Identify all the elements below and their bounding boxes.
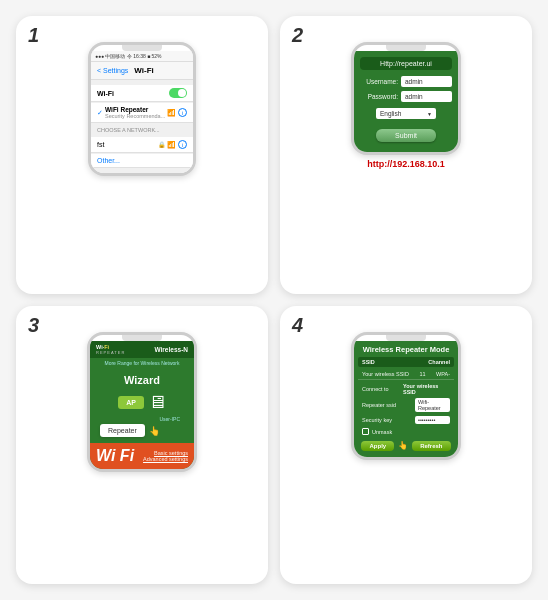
url-bar: Http://repeater.ui bbox=[360, 57, 452, 70]
phone-2: Http://repeater.ui Username: admin Passw… bbox=[351, 42, 461, 155]
security-key-input[interactable]: ••••••••• bbox=[415, 416, 450, 424]
ws-buttons: Apply 👆 Refresh bbox=[358, 437, 454, 453]
language-option: English bbox=[380, 110, 401, 117]
username-row: Username: admin bbox=[360, 76, 452, 87]
submit-button[interactable]: Submit bbox=[376, 129, 436, 142]
wifi-label: Wi-Fi bbox=[97, 90, 114, 97]
step-4-number: 4 bbox=[292, 314, 303, 337]
wifi-toggle[interactable] bbox=[169, 88, 187, 98]
wifi-signal-icon: 📶 bbox=[167, 109, 176, 117]
col-channel: Channel bbox=[428, 359, 450, 365]
security-key-label: Security key bbox=[362, 417, 412, 423]
rep-model-text: Wireless-N bbox=[154, 346, 188, 353]
password-label: Password: bbox=[360, 93, 398, 100]
rep-logo-block: Wi·Fi REPEATER bbox=[96, 344, 125, 355]
step-3-number: 3 bbox=[28, 314, 39, 337]
rep-screen: Wi·Fi REPEATER Wireless-N More Range for… bbox=[90, 341, 194, 469]
wifi-list: Wi-Fi ✓ WiFi Repeater Security Recommend… bbox=[91, 80, 193, 173]
nav-title-1: Wi-Fi bbox=[134, 66, 153, 75]
ws-data-row: Your wireless SSID 11 WPA- bbox=[358, 369, 454, 380]
step-1-cell: 1 ●●● 中国移动 令 16:38 ■ 52% < Settings Wi-F… bbox=[16, 16, 268, 294]
step-2-number: 2 bbox=[292, 24, 303, 47]
username-label: Username: bbox=[360, 78, 398, 85]
fst-signal-icon: 📶 bbox=[167, 141, 176, 149]
settings-links: Basic settings Advanced settings bbox=[143, 450, 188, 462]
info-button-fst[interactable]: i bbox=[178, 140, 187, 149]
fst-ssid: fst bbox=[97, 141, 158, 148]
wifi-row-other[interactable]: Other... bbox=[91, 154, 193, 168]
connected-sub: Security Recommenda... bbox=[105, 113, 167, 119]
ws-title: Wireless Repeater Mode bbox=[358, 345, 454, 354]
step-2-cell: 2 Http://repeater.ui Username: admin Pas… bbox=[280, 16, 532, 294]
phone-3: Wi·Fi REPEATER Wireless-N More Range for… bbox=[87, 332, 197, 472]
wizard-section: Wizard AP 🖥 User-IPC Repeater 👆 bbox=[90, 368, 194, 443]
statusbar-1: ●●● 中国移动 令 16:38 ■ 52% bbox=[91, 51, 193, 62]
connect-to-label: Connect to bbox=[362, 386, 400, 392]
username-input[interactable]: admin bbox=[401, 76, 452, 87]
other-network: Other... bbox=[97, 157, 120, 164]
connected-ssid: WiFi Repeater bbox=[105, 106, 167, 113]
main-grid: 1 ●●● 中国移动 令 16:38 ■ 52% < Settings Wi-F… bbox=[0, 0, 548, 600]
col-ssid: SSID bbox=[362, 359, 375, 365]
unmask-row: Unmask bbox=[358, 426, 454, 437]
rep-header: Wi·Fi REPEATER Wireless-N bbox=[90, 341, 194, 358]
navbar-1: < Settings Wi-Fi bbox=[91, 62, 193, 80]
password-input[interactable]: admin bbox=[401, 91, 452, 102]
connect-to-value: Your wireless SSID bbox=[403, 383, 450, 395]
wizard-btn-row: AP 🖥 bbox=[96, 392, 188, 413]
ws-table-header: SSID Channel bbox=[358, 357, 454, 367]
security-key-row: Security key ••••••••• bbox=[358, 414, 454, 426]
choose-network-header: CHOOSE A NETWORK... bbox=[91, 124, 193, 136]
wizard-title: Wizard bbox=[96, 374, 188, 386]
carrier-text: ●●● 中国移动 令 16:38 ■ 52% bbox=[95, 53, 162, 59]
lock-icon: 🔒 bbox=[158, 141, 165, 148]
ap-button[interactable]: AP bbox=[118, 396, 144, 409]
unmask-checkbox[interactable] bbox=[362, 428, 369, 435]
url-below: http://192.168.10.1 bbox=[367, 159, 445, 169]
rep-bottom: Wi Fi Basic settings Advanced settings bbox=[90, 443, 194, 469]
wifi-row-connected: ✓ WiFi Repeater Security Recommenda... 📶… bbox=[91, 103, 193, 123]
channel-value: 11 bbox=[419, 371, 425, 377]
repeater-button[interactable]: Repeater bbox=[100, 424, 145, 437]
password-row: Password: admin bbox=[360, 91, 452, 102]
advanced-settings-link[interactable]: Advanced settings bbox=[143, 456, 188, 462]
repeater-ssid-row: Repeater ssid Wifi-Repeater bbox=[358, 396, 454, 414]
back-button-1[interactable]: < Settings bbox=[97, 67, 128, 74]
wifi-brand-logo: Wi Fi bbox=[96, 447, 134, 465]
repeater-row: Repeater 👆 bbox=[96, 424, 188, 437]
security-value: WPA- bbox=[436, 371, 450, 377]
hand-cursor-icon: 👆 bbox=[398, 441, 408, 451]
step-3-cell: 3 Wi·Fi REPEATER Wireless-N More Range f… bbox=[16, 306, 268, 584]
step-4-cell: 4 Wireless Repeater Mode SSID Channel Yo… bbox=[280, 306, 532, 584]
phone-1: ●●● 中国移动 令 16:38 ■ 52% < Settings Wi-Fi … bbox=[88, 42, 196, 176]
connect-row: Connect to Your wireless SSID bbox=[358, 380, 454, 396]
step-1-number: 1 bbox=[28, 24, 39, 47]
rep-tagline: More Range for Wireless Network bbox=[90, 358, 194, 368]
wifi-row-fst[interactable]: fst 🔒 📶 i bbox=[91, 137, 193, 153]
checkmark-icon: ✓ bbox=[97, 109, 103, 117]
ws-screen: Wireless Repeater Mode SSID Channel Your… bbox=[354, 341, 458, 457]
user-ipc-label: User-IPC bbox=[96, 416, 188, 422]
apply-button[interactable]: Apply bbox=[361, 441, 394, 451]
monitor-icon: 🖥 bbox=[148, 392, 166, 413]
chevron-down-icon: ▼ bbox=[427, 111, 432, 117]
repeater-ssid-label: Repeater ssid bbox=[362, 402, 412, 408]
language-select[interactable]: English ▼ bbox=[376, 108, 436, 119]
login-screen: Http://repeater.ui Username: admin Passw… bbox=[354, 51, 458, 152]
repeater-ssid-input[interactable]: Wifi-Repeater bbox=[415, 398, 450, 412]
info-button-connected[interactable]: i bbox=[178, 108, 187, 117]
ssid-value: Your wireless SSID bbox=[362, 371, 409, 377]
cursor-icon: 👆 bbox=[149, 426, 160, 436]
refresh-button[interactable]: Refresh bbox=[412, 441, 450, 451]
unmask-label: Unmask bbox=[372, 429, 392, 435]
wifi-row-toggle: Wi-Fi bbox=[91, 85, 193, 102]
phone-4: Wireless Repeater Mode SSID Channel Your… bbox=[351, 332, 461, 460]
screen-1: ●●● 中国移动 令 16:38 ■ 52% < Settings Wi-Fi … bbox=[91, 51, 193, 173]
